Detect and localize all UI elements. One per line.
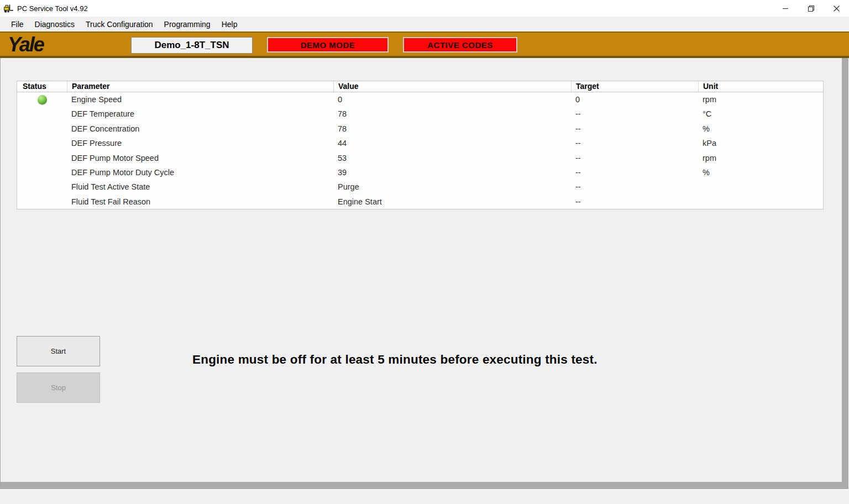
unit-cell — [698, 195, 823, 209]
minimize-button[interactable] — [773, 0, 798, 17]
close-icon — [833, 5, 840, 12]
column-header-target[interactable]: Target — [571, 81, 698, 92]
status-cell — [17, 122, 67, 136]
parameter-cell: Fluid Test Active State — [67, 180, 333, 194]
target-cell: 0 — [571, 92, 698, 107]
parameter-table-body: Engine Speed00rpmDEF Temperature78--°CDE… — [17, 92, 823, 209]
value-cell: Engine Start — [333, 195, 571, 209]
status-cell — [17, 136, 67, 150]
unit-cell: kPa — [698, 136, 823, 150]
column-header-parameter[interactable]: Parameter — [67, 81, 333, 92]
unit-cell: rpm — [698, 150, 823, 165]
parameter-cell: DEF Pressure — [67, 136, 333, 150]
demo-mode-badge[interactable]: DEMO MODE — [267, 37, 389, 53]
target-cell: -- — [571, 150, 698, 165]
window-title: PC Service Tool v4.92 — [17, 4, 88, 13]
unit-cell: rpm — [698, 92, 823, 107]
table-row[interactable]: DEF Concentration78--% — [17, 122, 823, 136]
restore-icon — [808, 5, 815, 12]
table-row[interactable]: Fluid Test Active StatePurge-- — [17, 180, 823, 194]
status-cell — [17, 92, 67, 107]
parameter-cell: DEF Temperature — [67, 107, 333, 121]
brand-banner: Yale Demo_1-8T_TSN DEMO MODE ACTIVE CODE… — [0, 32, 849, 58]
menu-item-truck-configuration[interactable]: Truck Configuration — [80, 18, 159, 31]
value-cell: 39 — [333, 165, 571, 180]
window-controls — [773, 0, 849, 17]
column-header-unit[interactable]: Unit — [698, 81, 823, 92]
status-cell — [17, 150, 67, 165]
status-bar — [0, 490, 849, 504]
menu-item-programming[interactable]: Programming — [159, 18, 216, 31]
parameter-table: Status Parameter Value Target Unit Engin… — [17, 81, 824, 209]
parameter-cell: DEF Pump Motor Speed — [67, 150, 333, 165]
target-cell: -- — [571, 136, 698, 150]
value-cell: 53 — [333, 150, 571, 165]
target-cell: -- — [571, 122, 698, 136]
table-row[interactable]: DEF Pump Motor Duty Cycle39--% — [17, 165, 823, 180]
title-bar: PC Service Tool v4.92 — [0, 0, 849, 17]
status-cell — [17, 165, 67, 180]
parameter-cell: DEF Concentration — [67, 122, 333, 136]
menu-bar: FileDiagnosticsTruck ConfigurationProgra… — [0, 17, 849, 32]
status-cell — [17, 107, 67, 121]
value-cell: 78 — [333, 107, 571, 121]
minimize-icon — [782, 5, 789, 12]
table-row[interactable]: Engine Speed00rpm — [17, 92, 823, 107]
value-cell: Purge — [333, 180, 571, 194]
table-header-row: Status Parameter Value Target Unit — [17, 81, 823, 92]
forklift-icon — [3, 3, 14, 13]
parameter-cell: DEF Pump Motor Duty Cycle — [67, 165, 333, 180]
truck-model-button[interactable]: Demo_1-8T_TSN — [131, 37, 253, 54]
column-header-value[interactable]: Value — [333, 81, 571, 92]
value-cell: 0 — [333, 92, 571, 107]
test-warning-message: Engine must be off for at least 5 minute… — [192, 353, 598, 367]
value-cell: 44 — [333, 136, 571, 150]
menu-item-diagnostics[interactable]: Diagnostics — [29, 18, 80, 31]
yale-logo: Yale — [8, 33, 44, 56]
start-button[interactable]: Start — [17, 336, 100, 366]
target-cell: -- — [571, 180, 698, 194]
target-cell: -- — [571, 195, 698, 209]
column-header-status[interactable]: Status — [17, 81, 67, 92]
unit-cell: % — [698, 165, 823, 180]
status-green-light-icon — [38, 95, 47, 104]
menu-item-help[interactable]: Help — [216, 18, 243, 31]
parameter-cell: Engine Speed — [67, 92, 333, 107]
stop-button: Stop — [17, 372, 100, 403]
table-row[interactable]: DEF Temperature78--°C — [17, 107, 823, 121]
restore-button[interactable] — [798, 0, 824, 17]
parameter-cell: Fluid Test Fail Reason — [67, 195, 333, 209]
unit-cell — [698, 180, 823, 194]
active-codes-badge[interactable]: ACTIVE CODES — [403, 37, 517, 53]
status-cell — [17, 180, 67, 194]
status-cell — [17, 195, 67, 209]
menu-item-file[interactable]: File — [6, 18, 29, 31]
table-row[interactable]: Fluid Test Fail ReasonEngine Start-- — [17, 195, 823, 209]
unit-cell: °C — [698, 107, 823, 121]
target-cell: -- — [571, 107, 698, 121]
table-row[interactable]: DEF Pressure44--kPa — [17, 136, 823, 150]
close-button[interactable] — [824, 0, 849, 17]
target-cell: -- — [571, 165, 698, 180]
unit-cell: % — [698, 122, 823, 136]
value-cell: 78 — [333, 122, 571, 136]
table-row[interactable]: DEF Pump Motor Speed53--rpm — [17, 150, 823, 165]
